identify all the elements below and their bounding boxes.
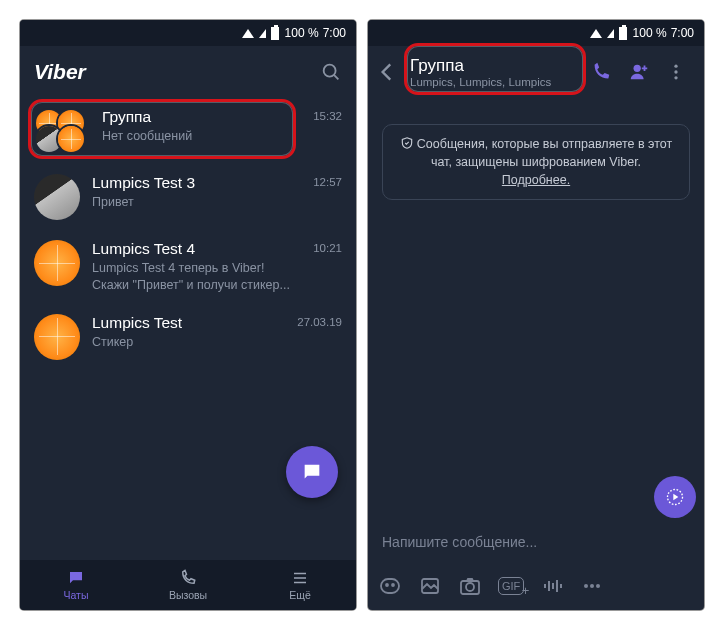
signal-icon — [607, 29, 614, 38]
wifi-icon — [590, 29, 602, 38]
gallery-icon[interactable] — [418, 574, 442, 598]
wifi-icon — [242, 29, 254, 38]
svg-point-7 — [674, 70, 677, 73]
nav-chats[interactable]: Чаты — [20, 560, 132, 610]
app-header: Viber — [20, 46, 356, 98]
svg-point-11 — [386, 584, 388, 586]
svg-rect-10 — [381, 579, 399, 593]
svg-line-1 — [334, 75, 338, 79]
chat-title: Группа — [102, 108, 301, 126]
bottom-nav: Чаты Вызовы Ещё — [20, 560, 356, 610]
avatar — [34, 174, 80, 220]
nav-more[interactable]: Ещё — [244, 560, 356, 610]
chat-time: 10:21 — [313, 242, 342, 254]
chat-time: 12:57 — [313, 176, 342, 188]
nav-calls[interactable]: Вызовы — [132, 560, 244, 610]
nav-label: Вызовы — [169, 589, 207, 601]
chat-title: Lumpics Test — [92, 314, 285, 332]
status-bar: 100 % 7:00 — [20, 20, 356, 46]
chat-subtitle: Стикер — [92, 334, 285, 351]
group-avatar — [34, 108, 90, 154]
encryption-text: Сообщения, которые вы отправляете в этот… — [417, 137, 672, 169]
chat-subtitle: Нет сообщений — [102, 128, 301, 145]
avatar — [34, 240, 80, 286]
encryption-more-link[interactable]: Подробнее. — [502, 173, 570, 187]
battery-icon — [619, 27, 627, 40]
svg-point-22 — [590, 584, 594, 588]
chat-title-block[interactable]: Группа Lumpics, Lumpics, Lumpics — [410, 56, 580, 88]
svg-point-6 — [674, 65, 677, 68]
svg-point-15 — [466, 583, 474, 591]
add-person-icon[interactable] — [628, 61, 656, 83]
svg-point-0 — [324, 65, 336, 77]
more-dots-icon[interactable] — [580, 574, 604, 598]
battery-text: 100 % — [285, 26, 319, 40]
chat-item-group[interactable]: Группа Нет сообщений 15:32 — [20, 98, 356, 164]
chat-title: Lumpics Test 4 — [92, 240, 301, 258]
chat-header-subtitle: Lumpics, Lumpics, Lumpics — [410, 76, 580, 88]
chat-list: Группа Нет сообщений 15:32 Lumpics Test … — [20, 98, 356, 560]
svg-point-21 — [584, 584, 588, 588]
menu-dots-icon[interactable] — [666, 61, 694, 83]
phone-chat-view: 100 % 7:00 Группа Lumpics, Lumpics, Lump… — [368, 20, 704, 610]
voice-wave-icon[interactable] — [540, 574, 564, 598]
sticker-icon[interactable] — [378, 574, 402, 598]
svg-point-8 — [674, 76, 677, 79]
search-icon[interactable] — [320, 61, 342, 83]
send-voice-fab[interactable] — [654, 476, 696, 518]
chat-title: Lumpics Test 3 — [92, 174, 301, 192]
signal-icon — [259, 29, 266, 38]
battery-text: 100 % — [633, 26, 667, 40]
chat-subtitle: Lumpics Test 4 теперь в Viber! Скажи "Пр… — [92, 260, 301, 294]
chat-item[interactable]: Lumpics Test 4 Lumpics Test 4 теперь в V… — [20, 230, 356, 304]
clock-text: 7:00 — [323, 26, 346, 40]
status-bar: 100 % 7:00 — [368, 20, 704, 46]
chat-header-title: Группа — [410, 56, 580, 76]
chat-time: 27.03.19 — [297, 316, 342, 328]
phone-chat-list: 100 % 7:00 Viber Группа Нет сообщений 15… — [20, 20, 356, 610]
back-icon[interactable] — [374, 59, 400, 85]
input-placeholder: Напишите сообщение... — [382, 534, 537, 550]
message-area[interactable]: Сообщения, которые вы отправляете в этот… — [368, 98, 704, 522]
chat-item[interactable]: Lumpics Test Стикер 27.03.19 — [20, 304, 356, 370]
chat-subtitle: Привет — [92, 194, 301, 211]
nav-label: Чаты — [64, 589, 89, 601]
attachment-toolbar: GIF+ — [368, 562, 704, 610]
call-icon[interactable] — [590, 61, 618, 83]
chat-header: Группа Lumpics, Lumpics, Lumpics — [368, 46, 704, 98]
svg-point-12 — [392, 584, 394, 586]
camera-icon[interactable] — [458, 574, 482, 598]
encryption-notice: Сообщения, которые вы отправляете в этот… — [382, 124, 690, 200]
chat-time: 15:32 — [313, 110, 342, 122]
chat-item[interactable]: Lumpics Test 3 Привет 12:57 — [20, 164, 356, 230]
clock-text: 7:00 — [671, 26, 694, 40]
compose-fab[interactable] — [286, 446, 338, 498]
battery-icon — [271, 27, 279, 40]
avatar — [34, 314, 80, 360]
message-input[interactable]: Напишите сообщение... — [368, 522, 704, 562]
svg-point-5 — [634, 65, 641, 72]
app-title: Viber — [34, 60, 306, 84]
gif-icon[interactable]: GIF+ — [498, 577, 524, 595]
nav-label: Ещё — [289, 589, 310, 601]
svg-point-23 — [596, 584, 600, 588]
